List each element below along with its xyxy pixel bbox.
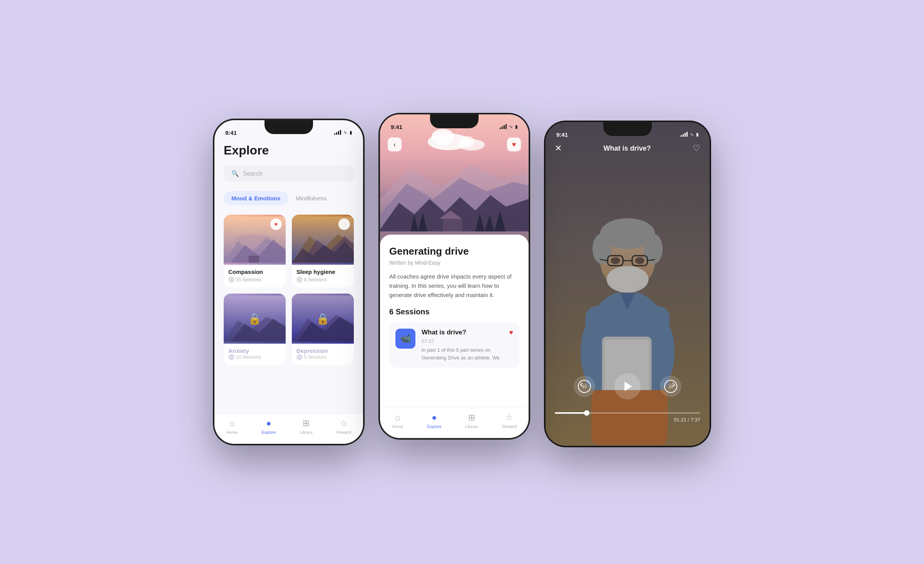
hero-landscape-svg (380, 114, 529, 245)
progress-track[interactable] (555, 412, 700, 414)
card-sleep[interactable]: ♡ (292, 215, 354, 287)
sessions-count: 6 Sessions (389, 307, 519, 316)
bottom-nav-1: ⌂ Home ● Explore ⊞ Library ☆ Reward (214, 413, 363, 444)
lock-icon-depression: 🔒 (316, 312, 330, 325)
card-heart-sleep[interactable]: ♡ (338, 218, 350, 230)
signal-bar (502, 126, 503, 129)
status-bar-2: 9:41 ∿ ▮ (380, 114, 529, 134)
video-progress-bar[interactable]: 01:21 / 7:37 (555, 412, 700, 423)
search-bar[interactable]: 🔍 Search (224, 165, 354, 182)
signal-bar (504, 125, 505, 129)
cards-grid: ♥ (224, 215, 354, 365)
status-time-1: 9:41 (225, 129, 237, 136)
phones-container: 9:41 ∿ ▮ Explore 🔍 Search (214, 118, 710, 446)
battery-icon-1: ▮ (350, 130, 352, 135)
reward-icon-2: ☆ (506, 413, 513, 423)
nav-home-label-1: Home (226, 430, 238, 435)
session-preview: In part 1 of this 5 part series on Gener… (422, 346, 513, 361)
tab-mindfulness[interactable]: Mindfulness (288, 191, 335, 205)
card-heart-compassion[interactable]: ♥ (270, 218, 282, 230)
close-button[interactable]: ✕ (555, 143, 562, 153)
forward-button[interactable]: 10 (660, 376, 681, 397)
session-thumbnail: 📹 (395, 329, 415, 349)
signal-bar (336, 132, 337, 135)
nav-home-2[interactable]: ⌂ Home (392, 413, 403, 429)
library-icon-1: ⊞ (303, 418, 310, 428)
lock-icon-anxiety: 🔒 (248, 312, 261, 325)
card-anxiety[interactable]: 🔒 (224, 294, 286, 365)
session-title-row: What is drive? ♥ (422, 329, 513, 337)
nav-library-label-1: Library (300, 430, 313, 435)
search-icon: 🔍 (231, 170, 239, 177)
card-info-depression: Depression 5 Sessions (292, 344, 354, 365)
back-button[interactable]: ‹ (388, 138, 402, 151)
nav-reward-1[interactable]: ☆ Reward (336, 418, 351, 435)
hero-heart-button[interactable]: ♥ (507, 138, 521, 151)
progress-time: 01:21 / 7:37 (555, 417, 700, 423)
detail-sheet: Generating drive Written by Mind-Easy Al… (380, 235, 529, 368)
battery-icon-2: ▮ (515, 124, 518, 129)
session-heart[interactable]: ♥ (509, 329, 513, 337)
signal-bar (686, 132, 688, 137)
nav-explore-label-2: Explore (427, 424, 441, 429)
card-title-compassion: Compassion (228, 269, 281, 275)
bottom-nav-2: ⌂ Home ● Explore ⊞ Library ☆ Reward (380, 408, 529, 438)
signal-bar (500, 128, 501, 129)
session-duration: 07:37 (422, 338, 513, 344)
card-info-anxiety: Anxiety 10 Sessions (224, 344, 286, 365)
signal-bar (681, 135, 682, 137)
card-depression[interactable]: 🔒 (292, 294, 354, 365)
phone-video: 9:41 ∿ ▮ ✕ What is drive? ♡ (545, 121, 710, 446)
nav-home-1[interactable]: ⌂ Home (226, 418, 238, 435)
progress-thumb (584, 410, 589, 416)
nav-reward-label-2: Reward (502, 424, 517, 429)
phone2-hero: ‹ ♥ (380, 114, 529, 245)
signal-bar (334, 133, 335, 135)
phone1-content: Explore 🔍 Search Mood & Emotions Mindful… (214, 143, 363, 365)
signal-bar (506, 124, 507, 129)
nav-library-label-2: Library (465, 424, 479, 429)
rewind-button[interactable]: 10 (574, 376, 595, 397)
session-card[interactable]: 📹 What is drive? ♥ 07:37 In part 1 of th… (389, 322, 519, 368)
video-heart-button[interactable]: ♡ (693, 143, 700, 153)
signal-bars-2 (500, 124, 507, 129)
status-icons-3: ∿ ▮ (681, 132, 699, 137)
card-sessions-depression: 5 Sessions (296, 354, 349, 360)
explore-icon-1: ● (266, 418, 271, 428)
video-header: ✕ What is drive? ♡ (546, 143, 710, 153)
card-depression-img: 🔒 (292, 294, 354, 344)
play-icon (621, 380, 634, 393)
status-icons-1: ∿ ▮ (334, 130, 352, 135)
status-bar-3: 9:41 ∿ ▮ (546, 122, 710, 141)
forward-icon: 10 (664, 379, 678, 393)
card-compassion[interactable]: ♥ (224, 215, 286, 287)
series-author: Written by Mind-Easy (389, 260, 519, 266)
sessions-dot-4 (296, 354, 303, 360)
home-icon-2: ⌂ (395, 413, 400, 423)
status-icons-2: ∿ ▮ (500, 124, 518, 129)
play-button[interactable] (614, 373, 641, 400)
card-title-sleep: Sleep hygiene (296, 269, 349, 275)
progress-time-label: 01:21 / 7:37 (674, 417, 700, 423)
nav-library-1[interactable]: ⊞ Library (300, 418, 313, 435)
signal-bar (683, 134, 684, 137)
explore-icon-2: ● (432, 413, 437, 423)
signal-bar (338, 131, 339, 135)
tab-mood-emotions[interactable]: Mood & Emotions (224, 191, 288, 205)
phone-explore: 9:41 ∿ ▮ Explore 🔍 Search (214, 119, 364, 445)
nav-reward-2[interactable]: ☆ Reward (502, 413, 517, 429)
svg-text:10: 10 (582, 384, 587, 389)
nav-library-2[interactable]: ⊞ Library (465, 413, 479, 429)
card-compassion-img: ♥ (224, 215, 286, 265)
nav-explore-1[interactable]: ● Explore (261, 418, 276, 435)
card-sessions-anxiety: 10 Sessions (228, 354, 281, 360)
nav-reward-label-1: Reward (336, 430, 351, 435)
nav-explore-2[interactable]: ● Explore (427, 413, 441, 429)
video-icon: 📹 (400, 334, 411, 344)
series-title: Generating drive (389, 245, 519, 257)
svg-text:10: 10 (668, 384, 673, 389)
phone-detail: 9:41 ∿ ▮ (379, 114, 529, 439)
signal-bars-1 (334, 130, 341, 135)
battery-icon-3: ▮ (696, 132, 699, 137)
video-controls: 10 10 (546, 373, 710, 400)
